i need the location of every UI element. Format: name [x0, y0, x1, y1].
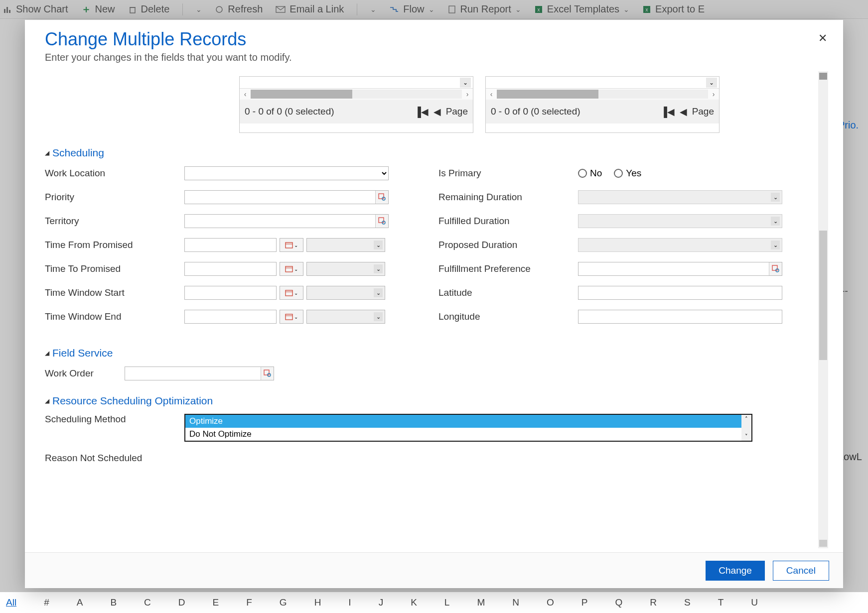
- section-scheduling[interactable]: ◢ Scheduling: [45, 147, 817, 159]
- fulfillment-preference-input[interactable]: [579, 262, 769, 275]
- horizontal-scrollbar[interactable]: ‹ ›: [486, 89, 719, 100]
- priority-lookup[interactable]: [184, 190, 389, 204]
- alpha-all[interactable]: All: [6, 597, 16, 608]
- alpha-L[interactable]: L: [444, 597, 450, 608]
- cancel-button[interactable]: Cancel: [773, 561, 829, 581]
- chevron-down-icon: ⌄: [374, 312, 383, 321]
- first-page-icon[interactable]: ▐◀: [414, 106, 428, 118]
- alpha-Q[interactable]: Q: [615, 597, 622, 608]
- calendar-button[interactable]: ⌄: [280, 286, 303, 300]
- label-proposed-duration: Proposed Duration: [438, 240, 578, 250]
- calendar-button[interactable]: ⌄: [280, 310, 303, 324]
- chevron-down-icon[interactable]: ⌄: [706, 78, 717, 88]
- alpha-C[interactable]: C: [144, 597, 151, 608]
- time-from-promised-time[interactable]: ⌄: [306, 238, 385, 252]
- territory-input[interactable]: [185, 215, 375, 228]
- alpha-T[interactable]: T: [718, 597, 724, 608]
- dialog-title: Change Multiple Records: [45, 29, 823, 50]
- chevron-down-icon: ⌄: [374, 288, 383, 297]
- alpha-N[interactable]: N: [512, 597, 519, 608]
- scheduling-method-select[interactable]: Optimize Do Not Optimize ˄˅: [184, 414, 752, 442]
- scroll-left-icon[interactable]: ‹: [486, 90, 497, 98]
- chevron-down-icon[interactable]: ⌄: [460, 78, 471, 88]
- label-remaining-duration: Remaining Duration: [438, 192, 578, 203]
- alpha-E[interactable]: E: [213, 597, 219, 608]
- alpha-D[interactable]: D: [178, 597, 185, 608]
- alpha-P[interactable]: P: [581, 597, 588, 608]
- grid-status-text: 0 - 0 of 0 (0 selected): [245, 106, 334, 117]
- alpha-B[interactable]: B: [110, 597, 117, 608]
- time-from-promised-date[interactable]: [184, 238, 277, 252]
- label-latitude: Latitude: [438, 287, 578, 298]
- lookup-icon[interactable]: [375, 215, 388, 228]
- scroll-right-icon[interactable]: ›: [708, 90, 719, 98]
- svg-rect-26: [264, 370, 269, 375]
- option-optimize[interactable]: Optimize: [185, 415, 751, 428]
- fulfillment-preference-lookup[interactable]: [578, 262, 782, 276]
- lookup-icon[interactable]: [769, 262, 782, 275]
- first-page-icon[interactable]: ▐◀: [660, 106, 674, 118]
- longitude-input[interactable]: [578, 310, 782, 324]
- section-field-service[interactable]: ◢ Field Service: [45, 347, 817, 359]
- collapse-icon: ◢: [45, 149, 49, 156]
- label-fulfilled-duration: Fulfilled Duration: [438, 216, 578, 227]
- alpha-J[interactable]: J: [379, 597, 384, 608]
- chevron-down-icon: ⌄: [374, 241, 383, 249]
- label-longitude: Longitude: [438, 311, 578, 322]
- scroll-up-icon[interactable]: [819, 73, 827, 80]
- is-primary-yes[interactable]: Yes: [614, 168, 641, 179]
- work-order-lookup[interactable]: [125, 367, 274, 380]
- latitude-input[interactable]: [578, 286, 782, 300]
- option-do-not-optimize[interactable]: Do Not Optimize: [185, 428, 751, 441]
- vertical-scrollbar[interactable]: [818, 71, 828, 548]
- label-fulfillment-preference: Fulfillment Preference: [438, 263, 578, 274]
- dropdown-scrollbar[interactable]: ˄˅: [741, 415, 751, 441]
- territory-lookup[interactable]: [184, 214, 389, 228]
- prev-page-icon[interactable]: ◀: [680, 106, 687, 118]
- page-label: Page: [446, 106, 468, 117]
- change-button[interactable]: Change: [706, 561, 765, 581]
- calendar-button[interactable]: ⌄: [280, 262, 303, 276]
- calendar-icon: [285, 265, 293, 273]
- calendar-icon: [285, 241, 293, 249]
- calendar-button[interactable]: ⌄: [280, 238, 303, 252]
- priority-input[interactable]: [185, 191, 375, 204]
- prev-page-icon[interactable]: ◀: [434, 106, 441, 118]
- label-scheduling-method: Scheduling Method: [45, 414, 184, 425]
- alpha-K[interactable]: K: [411, 597, 417, 608]
- lookup-icon[interactable]: [261, 367, 274, 380]
- time-window-start-date[interactable]: [184, 286, 277, 300]
- label-territory: Territory: [45, 216, 184, 227]
- time-window-start-time[interactable]: ⌄: [306, 286, 385, 300]
- alpha-A[interactable]: A: [77, 597, 83, 608]
- scroll-right-icon[interactable]: ›: [462, 90, 473, 98]
- alpha-F[interactable]: F: [246, 597, 252, 608]
- scroll-left-icon[interactable]: ‹: [240, 90, 251, 98]
- work-order-input[interactable]: [125, 367, 261, 380]
- alpha-M[interactable]: M: [477, 597, 485, 608]
- radio-icon: [614, 169, 623, 178]
- alpha-U[interactable]: U: [751, 597, 758, 608]
- chevron-down-icon: ⌄: [771, 193, 780, 202]
- horizontal-scrollbar[interactable]: ‹ ›: [240, 89, 473, 100]
- work-location-select[interactable]: [184, 166, 389, 180]
- section-rso[interactable]: ◢ Resource Scheduling Optimization: [45, 395, 817, 407]
- page-label: Page: [692, 106, 714, 117]
- alpha-G[interactable]: G: [280, 597, 287, 608]
- time-window-end-date[interactable]: [184, 310, 277, 324]
- alpha-S[interactable]: S: [684, 597, 691, 608]
- alpha-H[interactable]: H: [314, 597, 321, 608]
- is-primary-no[interactable]: No: [578, 168, 602, 179]
- label-time-window-start: Time Window Start: [45, 287, 184, 298]
- alpha-hash[interactable]: #: [44, 597, 49, 608]
- alpha-I[interactable]: I: [348, 597, 351, 608]
- time-window-end-time[interactable]: ⌄: [306, 310, 385, 324]
- time-to-promised-time[interactable]: ⌄: [306, 262, 385, 276]
- alpha-O[interactable]: O: [547, 597, 554, 608]
- lookup-icon[interactable]: [375, 191, 388, 204]
- scroll-down-icon[interactable]: [819, 540, 827, 547]
- svg-rect-16: [286, 243, 292, 248]
- time-to-promised-date[interactable]: [184, 262, 277, 276]
- close-button[interactable]: ✕: [818, 32, 827, 45]
- alpha-R[interactable]: R: [650, 597, 657, 608]
